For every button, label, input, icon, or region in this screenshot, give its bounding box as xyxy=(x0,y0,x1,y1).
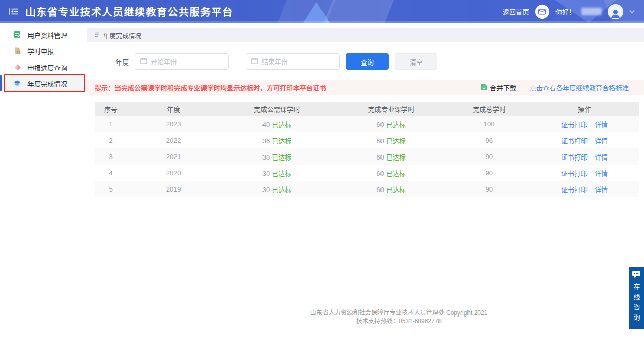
sidebar-item-progress-query[interactable]: 申报进度查询 xyxy=(0,59,87,75)
print-certificate-link[interactable]: 证书打印 xyxy=(561,170,588,177)
username-blurred xyxy=(581,8,602,15)
row-year: 2020 xyxy=(127,169,220,177)
consult-label: 在线咨询 xyxy=(632,283,641,324)
notice-text: 提示：当完成公需课学时和完成专业课学时均显示达标时，方可打印本平台证书 xyxy=(95,83,326,92)
row-actions: 证书打印详情 xyxy=(530,136,639,145)
status-reached: 已达标 xyxy=(272,186,291,194)
calendar-icon xyxy=(140,57,147,66)
main-content: 年度完成情况 年度 — 查询 清空 xyxy=(87,23,644,348)
header-decoration xyxy=(303,0,330,23)
header-user-area: 返回首页 你好！ xyxy=(503,4,635,19)
table-row: 3 2021 30已达标 60已达标 90 证书打印详情 xyxy=(95,148,639,165)
greeting-text: 你好！ xyxy=(555,7,575,16)
print-certificate-link[interactable]: 证书打印 xyxy=(561,186,588,194)
detail-link[interactable]: 详情 xyxy=(595,153,608,161)
print-certificate-link[interactable]: 证书打印 xyxy=(561,121,588,129)
total-hours-cell: 96 xyxy=(448,137,530,144)
table-header-row: 序号 年度 完成公需课学时 完成专业课学时 完成总学时 操作 xyxy=(95,102,639,116)
row-index: 2 xyxy=(95,137,127,144)
column-header: 完成总学时 xyxy=(448,104,530,114)
row-year: 2022 xyxy=(127,137,220,144)
app-header: 山东省专业技术人员继续教育公共服务平台 返回首页 你好！ xyxy=(0,0,644,23)
sidebar-item-annual-completion[interactable]: 年度完成情况 xyxy=(0,75,87,91)
hours-value: 30 xyxy=(262,170,270,177)
sidebar-item-label: 申报进度查询 xyxy=(27,62,67,72)
status-reached: 已达标 xyxy=(272,170,291,177)
column-header: 序号 xyxy=(95,104,127,114)
status-reached: 已达标 xyxy=(272,137,291,145)
filter-bar: 年度 — 查询 清空 xyxy=(87,53,644,70)
print-certificate-link[interactable]: 证书打印 xyxy=(561,137,588,145)
hours-value: 60 xyxy=(376,186,384,194)
return-home-link[interactable]: 返回首页 xyxy=(503,7,529,16)
download-file-icon xyxy=(481,83,487,92)
status-reached: 已达标 xyxy=(386,137,406,145)
column-header: 完成专业课学时 xyxy=(334,104,449,114)
row-year: 2019 xyxy=(127,185,220,193)
sidebar-item-user-profile[interactable]: 用户资料管理 xyxy=(0,26,87,43)
hours-value: 30 xyxy=(262,153,270,161)
end-year-input[interactable] xyxy=(246,53,340,70)
completion-table: 序号 年度 完成公需课学时 完成专业课学时 完成总学时 操作 1 2023 40… xyxy=(95,102,639,197)
message-icon[interactable] xyxy=(535,5,549,19)
merge-download-label: 合并下载 xyxy=(490,83,516,92)
row-index: 1 xyxy=(95,120,127,128)
start-year-input[interactable] xyxy=(135,53,229,70)
row-year: 2023 xyxy=(127,120,220,128)
table-row: 4 2020 30已达标 60已达标 90 证书打印详情 xyxy=(95,165,639,181)
detail-link[interactable]: 详情 xyxy=(595,137,608,145)
start-year-field[interactable] xyxy=(151,58,223,66)
hours-value: 60 xyxy=(376,153,384,161)
professional-hours-cell: 60已达标 xyxy=(334,136,449,145)
public-hours-cell: 30已达标 xyxy=(220,168,334,178)
row-actions: 证书打印详情 xyxy=(530,168,639,178)
row-actions: 证书打印详情 xyxy=(530,119,639,129)
total-hours-cell: 100 xyxy=(448,120,530,128)
year-filter-label: 年度 xyxy=(115,57,129,67)
standards-link[interactable]: 点击查看各年度继续教育合格标准 xyxy=(530,83,629,92)
chevron-down-icon[interactable] xyxy=(629,10,635,13)
support-hotline: 技术支持热线：0531-68962778 xyxy=(154,317,644,325)
column-header: 年度 xyxy=(127,104,220,114)
header-decoration xyxy=(278,0,335,23)
public-hours-cell: 30已达标 xyxy=(220,152,334,162)
table-row: 5 2019 30已达标 60已达标 90 证书打印详情 xyxy=(95,181,639,197)
detail-link[interactable]: 详情 xyxy=(595,170,608,177)
row-actions: 证书打印详情 xyxy=(530,184,639,194)
sidebar-item-hours-declare[interactable]: 学时申报 xyxy=(0,43,87,59)
sidebar-item-label: 年度完成情况 xyxy=(27,79,67,88)
end-year-field[interactable] xyxy=(261,58,334,66)
public-hours-cell: 36已达标 xyxy=(220,136,334,145)
avatar[interactable] xyxy=(608,4,623,19)
row-index: 5 xyxy=(95,185,127,193)
page: 山东省专业技术人员继续教育公共服务平台 返回首页 你好！ 用户资料管理 xyxy=(0,0,644,348)
column-header: 完成公需课学时 xyxy=(220,104,334,114)
notice-actions: 合并下载 点击查看各年度继续教育合格标准 xyxy=(481,83,629,92)
search-button[interactable]: 查询 xyxy=(346,53,389,70)
professional-hours-cell: 60已达标 xyxy=(334,168,449,178)
app-title: 山东省专业技术人员继续教育公共服务平台 xyxy=(25,4,233,19)
hours-value: 60 xyxy=(376,121,384,129)
menu-fold-icon[interactable] xyxy=(9,8,18,15)
status-reached: 已达标 xyxy=(272,153,291,161)
notice-bar: 提示：当完成公需课学时和完成专业课学时均显示达标时，方可打印本平台证书 合并下载… xyxy=(87,80,644,95)
detail-link[interactable]: 详情 xyxy=(595,186,608,194)
merge-download-button[interactable]: 合并下载 xyxy=(481,83,516,92)
clear-button[interactable]: 清空 xyxy=(395,53,437,70)
chat-icon xyxy=(632,270,641,280)
calendar-icon xyxy=(251,57,258,66)
online-consult-button[interactable]: 在线咨询 xyxy=(629,267,644,329)
sidebar-item-label: 用户资料管理 xyxy=(27,30,67,40)
table-row: 2 2022 36已达标 60已达标 96 证书打印详情 xyxy=(95,132,639,148)
professional-hours-cell: 60已达标 xyxy=(334,152,449,162)
detail-link[interactable]: 详情 xyxy=(595,121,608,129)
range-separator: — xyxy=(234,58,241,66)
breadcrumb-title: 年度完成情况 xyxy=(103,30,141,40)
row-actions: 证书打印详情 xyxy=(530,152,639,162)
public-hours-cell: 40已达标 xyxy=(220,119,334,129)
professional-hours-cell: 60已达标 xyxy=(334,184,449,194)
status-reached: 已达标 xyxy=(386,186,406,194)
row-index: 4 xyxy=(95,169,127,177)
page-footer: 山东省人力资源和社会保障厅专业技术人员管理处 Copyright 2021 技术… xyxy=(87,309,644,325)
print-certificate-link[interactable]: 证书打印 xyxy=(561,153,588,161)
